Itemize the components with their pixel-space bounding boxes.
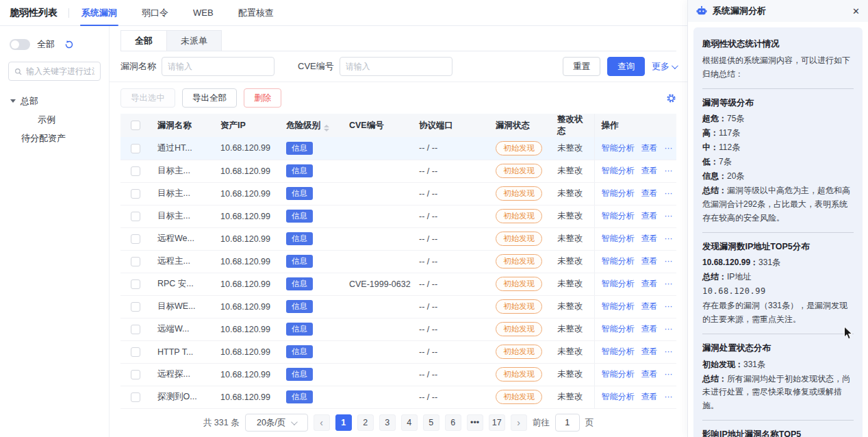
cell-vuln-name[interactable]: 目标主... [151,160,214,182]
action-···[interactable]: ··· [665,369,673,379]
action-查看[interactable]: 查看 [641,279,658,288]
action-···[interactable]: ··· [665,188,673,198]
action-查看[interactable]: 查看 [641,392,658,401]
tree-node-总部[interactable]: 总部 [8,92,101,110]
action-智能分析[interactable]: 智能分析 [602,256,635,266]
action-查看[interactable]: 查看 [641,188,658,198]
list-tab-未派单[interactable]: 未派单 [167,30,222,51]
cell-vuln-name[interactable]: 目标主... [151,205,214,227]
cell-vuln-name[interactable]: HTTP T... [151,340,214,363]
search-button[interactable]: 查询 [607,57,645,76]
page-button-4[interactable]: 4 [401,414,418,431]
refresh-icon[interactable] [64,40,74,49]
action-查看[interactable]: 查看 [641,369,658,379]
action-···[interactable]: ··· [665,256,673,266]
action-查看[interactable]: 查看 [641,166,658,175]
action-智能分析[interactable]: 智能分析 [602,369,635,379]
action-···[interactable]: ··· [665,211,673,221]
delete-button[interactable]: 删除 [244,88,281,108]
action-···[interactable]: ··· [665,143,673,153]
row-checkbox[interactable] [131,325,140,334]
action-智能分析[interactable]: 智能分析 [602,143,635,153]
vuln-name-input[interactable] [162,57,275,76]
page-button-5[interactable]: 5 [423,414,439,431]
top-tab-WEB[interactable]: WEB [193,0,214,26]
cell-vuln-name[interactable]: 通过HT... [151,137,214,160]
next-page-button[interactable]: › [511,414,527,431]
reset-button[interactable]: 重置 [563,57,600,76]
action-智能分析[interactable]: 智能分析 [602,234,635,243]
page-ellipsis[interactable]: ••• [467,414,483,431]
action-查看[interactable]: 查看 [641,143,658,153]
scope-toggle[interactable] [10,39,30,50]
top-tab-配置核查[interactable]: 配置核查 [238,0,274,26]
page-button-3[interactable]: 3 [379,414,396,431]
row-checkbox[interactable] [131,279,140,289]
top-tab-系统漏洞[interactable]: 系统漏洞 [81,0,117,26]
sidebar-search-input[interactable] [26,66,94,76]
cell-vuln-name[interactable]: 目标主... [151,182,214,205]
page-size-select[interactable]: 20条/页 [245,414,308,432]
select-all-checkbox[interactable] [131,121,140,130]
action-查看[interactable]: 查看 [641,324,658,334]
cell-vuln-name[interactable]: 远端W... [151,318,214,340]
action-···[interactable]: ··· [665,166,673,175]
tree-node-待分配资产[interactable]: 待分配资产 [8,129,101,147]
action-智能分析[interactable]: 智能分析 [602,301,635,311]
row-checkbox[interactable] [131,166,140,176]
action-···[interactable]: ··· [665,234,673,243]
action-查看[interactable]: 查看 [641,301,658,311]
cell-vuln-name[interactable]: RPC 安... [151,273,214,295]
action-智能分析[interactable]: 智能分析 [602,211,635,221]
tree-node-示例[interactable]: 示例 [8,110,101,129]
action-查看[interactable]: 查看 [641,347,658,356]
action-查看[interactable]: 查看 [641,234,658,243]
row-checkbox[interactable] [131,392,140,402]
row-checkbox[interactable] [131,189,140,199]
row-checkbox[interactable] [131,212,140,221]
page-button-17[interactable]: 17 [489,414,505,431]
export-all-button[interactable]: 导出全部 [182,88,237,108]
sort-icon[interactable] [324,125,329,132]
page-button-1[interactable]: 1 [335,414,352,431]
export-selected-button[interactable]: 导出选中 [120,88,175,108]
cell-vuln-name[interactable]: 探测到O... [151,386,214,408]
row-checkbox[interactable] [131,144,140,153]
table-row: RPC 安...10.68.120.99信息CVE-1999-0632-- / … [120,273,676,295]
action-查看[interactable]: 查看 [641,256,658,266]
row-checkbox[interactable] [131,234,140,244]
goto-page-input[interactable] [555,414,580,432]
action-智能分析[interactable]: 智能分析 [602,188,635,198]
cell-asset-ip: 10.68.120.99 [214,386,279,408]
cell-port: -- / -- [412,295,489,318]
cell-vuln-name[interactable]: 远程探... [151,363,214,386]
action-查看[interactable]: 查看 [641,211,658,221]
action-智能分析[interactable]: 智能分析 [602,166,635,175]
more-filters-link[interactable]: 更多 [652,60,676,73]
cve-input[interactable] [340,57,452,76]
page-button-6[interactable]: 6 [445,414,461,431]
action-智能分析[interactable]: 智能分析 [602,347,635,356]
action-···[interactable]: ··· [665,347,673,356]
action-智能分析[interactable]: 智能分析 [602,392,635,401]
cell-vuln-name[interactable]: 远程We... [151,227,214,250]
tree-node-label: 示例 [38,114,55,126]
row-checkbox[interactable] [131,257,140,266]
action-···[interactable]: ··· [665,392,673,401]
prev-page-button[interactable]: ‹ [314,414,330,431]
list-tab-全部[interactable]: 全部 [120,30,167,51]
action-···[interactable]: ··· [665,279,673,288]
gear-icon[interactable] [666,93,676,103]
row-checkbox[interactable] [131,302,140,312]
action-智能分析[interactable]: 智能分析 [602,324,635,334]
action-···[interactable]: ··· [665,301,673,311]
cell-vuln-name[interactable]: 目标WE... [151,295,214,318]
row-checkbox[interactable] [131,370,140,379]
action-···[interactable]: ··· [665,324,673,334]
action-智能分析[interactable]: 智能分析 [602,279,635,288]
top-tab-弱口令[interactable]: 弱口令 [142,0,168,26]
row-checkbox[interactable] [131,347,140,357]
close-icon[interactable]: ✕ [852,7,860,16]
cell-vuln-name[interactable]: 远程主... [151,250,214,273]
page-button-2[interactable]: 2 [357,414,374,431]
